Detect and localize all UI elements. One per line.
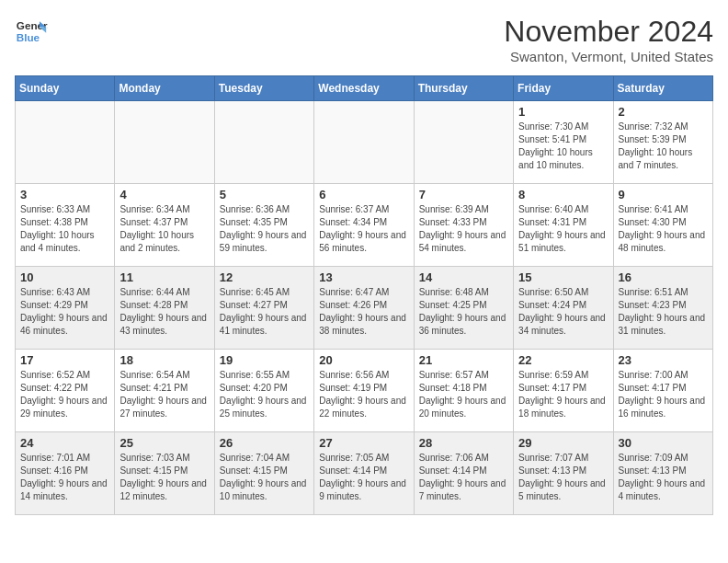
calendar-cell: 20Sunrise: 6:56 AMSunset: 4:19 PMDayligh… [314, 350, 414, 432]
day-number: 2 [619, 105, 708, 119]
day-info: Sunrise: 7:07 AMSunset: 4:13 PMDaylight:… [518, 452, 608, 503]
day-of-week-header: Sunday [16, 76, 115, 101]
calendar-cell: 19Sunrise: 6:55 AMSunset: 4:20 PMDayligh… [214, 350, 313, 432]
day-number: 8 [518, 188, 608, 201]
month-title: November 2024 [504, 15, 713, 49]
calendar-cell: 25Sunrise: 7:03 AMSunset: 4:15 PMDayligh… [115, 432, 214, 515]
calendar-cell: 11Sunrise: 6:44 AMSunset: 4:28 PMDayligh… [115, 267, 214, 350]
day-info: Sunrise: 6:59 AMSunset: 4:17 PMDaylight:… [518, 369, 608, 420]
day-info: Sunrise: 7:00 AMSunset: 4:17 PMDaylight:… [619, 369, 708, 420]
calendar-cell [314, 101, 414, 184]
day-of-week-header: Friday [514, 76, 613, 101]
calendar-cell: 9Sunrise: 6:41 AMSunset: 4:30 PMDaylight… [613, 184, 712, 267]
day-info: Sunrise: 7:03 AMSunset: 4:15 PMDaylight:… [119, 452, 209, 503]
calendar-cell: 23Sunrise: 7:00 AMSunset: 4:17 PMDayligh… [613, 350, 712, 432]
calendar-cell: 21Sunrise: 6:57 AMSunset: 4:18 PMDayligh… [414, 350, 513, 432]
day-number: 3 [20, 188, 109, 201]
day-number: 22 [518, 353, 608, 367]
calendar-week-row: 10Sunrise: 6:43 AMSunset: 4:29 PMDayligh… [16, 267, 713, 350]
calendar-cell: 27Sunrise: 7:05 AMSunset: 4:14 PMDayligh… [314, 432, 414, 515]
day-info: Sunrise: 6:45 AMSunset: 4:27 PMDaylight:… [220, 286, 309, 338]
day-info: Sunrise: 6:55 AMSunset: 4:20 PMDaylight:… [220, 369, 309, 420]
day-number: 17 [20, 353, 109, 367]
day-number: 12 [220, 270, 309, 284]
day-number: 23 [619, 353, 708, 367]
calendar-cell: 10Sunrise: 6:43 AMSunset: 4:29 PMDayligh… [16, 267, 115, 350]
day-number: 6 [319, 188, 408, 201]
calendar-cell: 6Sunrise: 6:37 AMSunset: 4:34 PMDaylight… [314, 184, 414, 267]
day-info: Sunrise: 6:39 AMSunset: 4:33 PMDaylight:… [419, 203, 508, 255]
calendar-cell: 14Sunrise: 6:48 AMSunset: 4:25 PMDayligh… [414, 267, 513, 350]
location-title: Swanton, Vermont, United States [504, 49, 713, 64]
day-number: 30 [619, 436, 708, 450]
calendar-cell: 17Sunrise: 6:52 AMSunset: 4:22 PMDayligh… [16, 350, 115, 432]
day-number: 1 [518, 105, 608, 119]
title-section: November 2024 Swanton, Vermont, United S… [504, 15, 713, 64]
day-info: Sunrise: 7:09 AMSunset: 4:13 PMDaylight:… [619, 452, 708, 503]
day-number: 27 [319, 436, 408, 450]
day-number: 19 [220, 353, 309, 367]
day-info: Sunrise: 7:30 AMSunset: 5:41 PMDaylight:… [518, 121, 608, 172]
day-info: Sunrise: 7:01 AMSunset: 4:16 PMDaylight:… [20, 452, 109, 503]
calendar-week-row: 1Sunrise: 7:30 AMSunset: 5:41 PMDaylight… [16, 101, 713, 184]
calendar-body: 1Sunrise: 7:30 AMSunset: 5:41 PMDaylight… [16, 101, 713, 515]
day-number: 21 [419, 353, 508, 367]
calendar-cell [214, 101, 313, 184]
calendar-week-row: 24Sunrise: 7:01 AMSunset: 4:16 PMDayligh… [16, 432, 713, 515]
calendar-week-row: 3Sunrise: 6:33 AMSunset: 4:38 PMDaylight… [16, 184, 713, 267]
calendar-cell: 16Sunrise: 6:51 AMSunset: 4:23 PMDayligh… [613, 267, 712, 350]
logo-icon: General Blue [15, 15, 48, 48]
calendar-cell [414, 101, 513, 184]
calendar-cell: 5Sunrise: 6:36 AMSunset: 4:35 PMDaylight… [214, 184, 313, 267]
svg-text:Blue: Blue [17, 31, 40, 43]
day-of-week-header: Monday [115, 76, 214, 101]
day-number: 24 [20, 436, 109, 450]
day-number: 7 [419, 188, 508, 201]
calendar-cell: 22Sunrise: 6:59 AMSunset: 4:17 PMDayligh… [514, 350, 613, 432]
day-info: Sunrise: 7:32 AMSunset: 5:39 PMDaylight:… [619, 121, 708, 172]
calendar-week-row: 17Sunrise: 6:52 AMSunset: 4:22 PMDayligh… [16, 350, 713, 432]
calendar-cell: 24Sunrise: 7:01 AMSunset: 4:16 PMDayligh… [16, 432, 115, 515]
day-number: 5 [220, 188, 309, 201]
day-info: Sunrise: 6:47 AMSunset: 4:26 PMDaylight:… [319, 286, 408, 338]
day-info: Sunrise: 6:34 AMSunset: 4:37 PMDaylight:… [119, 203, 209, 255]
day-number: 16 [619, 270, 708, 284]
day-info: Sunrise: 6:54 AMSunset: 4:21 PMDaylight:… [119, 369, 209, 420]
calendar-cell [16, 101, 115, 184]
day-info: Sunrise: 6:52 AMSunset: 4:22 PMDaylight:… [20, 369, 109, 420]
calendar-cell: 15Sunrise: 6:50 AMSunset: 4:24 PMDayligh… [514, 267, 613, 350]
calendar-cell: 29Sunrise: 7:07 AMSunset: 4:13 PMDayligh… [514, 432, 613, 515]
day-number: 28 [419, 436, 508, 450]
day-number: 25 [119, 436, 209, 450]
calendar-cell: 4Sunrise: 6:34 AMSunset: 4:37 PMDaylight… [115, 184, 214, 267]
page-header: General Blue November 2024 Swanton, Verm… [15, 15, 713, 64]
day-of-week-header: Thursday [414, 76, 513, 101]
day-info: Sunrise: 6:43 AMSunset: 4:29 PMDaylight:… [20, 286, 109, 338]
day-info: Sunrise: 6:50 AMSunset: 4:24 PMDaylight:… [518, 286, 608, 338]
day-number: 13 [319, 270, 408, 284]
day-info: Sunrise: 6:56 AMSunset: 4:19 PMDaylight:… [319, 369, 408, 420]
logo: General Blue [15, 15, 48, 48]
day-number: 11 [119, 270, 209, 284]
calendar-cell: 7Sunrise: 6:39 AMSunset: 4:33 PMDaylight… [414, 184, 513, 267]
calendar-cell: 2Sunrise: 7:32 AMSunset: 5:39 PMDaylight… [613, 101, 712, 184]
day-info: Sunrise: 6:44 AMSunset: 4:28 PMDaylight:… [119, 286, 209, 338]
day-of-week-header: Tuesday [214, 76, 313, 101]
calendar-cell: 3Sunrise: 6:33 AMSunset: 4:38 PMDaylight… [16, 184, 115, 267]
calendar-cell: 18Sunrise: 6:54 AMSunset: 4:21 PMDayligh… [115, 350, 214, 432]
day-number: 29 [518, 436, 608, 450]
day-number: 26 [220, 436, 309, 450]
day-info: Sunrise: 6:36 AMSunset: 4:35 PMDaylight:… [220, 203, 309, 255]
calendar-cell: 28Sunrise: 7:06 AMSunset: 4:14 PMDayligh… [414, 432, 513, 515]
calendar-header-row: SundayMondayTuesdayWednesdayThursdayFrid… [16, 76, 713, 101]
day-info: Sunrise: 6:48 AMSunset: 4:25 PMDaylight:… [419, 286, 508, 338]
calendar-cell: 13Sunrise: 6:47 AMSunset: 4:26 PMDayligh… [314, 267, 414, 350]
calendar-cell: 30Sunrise: 7:09 AMSunset: 4:13 PMDayligh… [613, 432, 712, 515]
day-number: 9 [619, 188, 708, 201]
day-info: Sunrise: 7:06 AMSunset: 4:14 PMDaylight:… [419, 452, 508, 503]
day-info: Sunrise: 6:37 AMSunset: 4:34 PMDaylight:… [319, 203, 408, 255]
day-info: Sunrise: 6:33 AMSunset: 4:38 PMDaylight:… [20, 203, 109, 255]
day-info: Sunrise: 6:40 AMSunset: 4:31 PMDaylight:… [518, 203, 608, 255]
calendar-cell: 12Sunrise: 6:45 AMSunset: 4:27 PMDayligh… [214, 267, 313, 350]
day-of-week-header: Wednesday [314, 76, 414, 101]
